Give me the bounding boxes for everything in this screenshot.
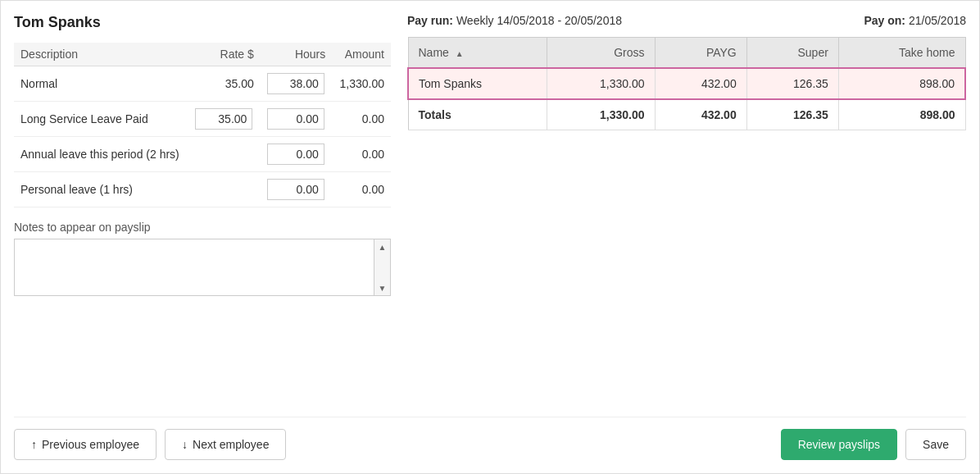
notes-section: Notes to appear on payslip ▲ ▼ xyxy=(14,221,391,296)
footer-right: Review payslips Save xyxy=(781,429,966,460)
col-amount: Amount xyxy=(332,43,391,66)
pay-table: Description Rate $ Hours Amount Normal 3… xyxy=(14,43,391,207)
review-payslips-button[interactable]: Review payslips xyxy=(781,429,897,460)
summary-row-gross: 1,330.00 xyxy=(547,68,655,99)
previous-employee-label: Previous employee xyxy=(42,438,139,451)
row-rate-input-cell xyxy=(188,102,260,137)
main-container: Tom Spanks Description Rate $ Hours Amou… xyxy=(0,0,980,474)
table-row: Normal 35.00 1,330.00 xyxy=(14,66,391,102)
footer-left: Previous employee Next employee xyxy=(14,429,286,460)
table-row: Personal leave (1 hrs) 0.00 xyxy=(14,172,391,207)
arrow-up-icon xyxy=(31,438,37,451)
save-button[interactable]: Save xyxy=(905,429,966,460)
next-employee-button[interactable]: Next employee xyxy=(165,429,286,460)
right-panel: Pay run: Weekly 14/05/2018 - 20/05/2018 … xyxy=(407,14,966,408)
totals-takehome: 898.00 xyxy=(838,99,965,130)
row-description: Long Service Leave Paid xyxy=(14,102,188,137)
row-description: Annual leave this period (2 hrs) xyxy=(14,137,188,172)
payrun-period: Weekly 14/05/2018 - 20/05/2018 xyxy=(456,14,622,27)
employee-name: Tom Spanks xyxy=(14,14,391,31)
summary-col-name[interactable]: Name ▲ xyxy=(408,38,547,69)
rate-value: 35.00 xyxy=(225,77,254,90)
col-hours: Hours xyxy=(261,43,332,66)
summary-col-takehome: Take home xyxy=(838,38,965,69)
hours-input-normal[interactable] xyxy=(267,73,324,94)
summary-col-super: Super xyxy=(746,38,838,69)
row-description: Personal leave (1 hrs) xyxy=(14,172,188,207)
hours-input-personal[interactable] xyxy=(267,179,324,200)
row-amount: 0.00 xyxy=(332,102,391,137)
scroll-down-arrow[interactable]: ▼ xyxy=(374,282,390,294)
summary-row-payg: 432.00 xyxy=(655,68,746,99)
sort-arrow: ▲ xyxy=(456,49,464,58)
table-row: Annual leave this period (2 hrs) 0.00 xyxy=(14,137,391,172)
payrun-info: Pay run: Weekly 14/05/2018 - 20/05/2018 xyxy=(407,14,622,27)
hours-input-annual[interactable] xyxy=(267,144,324,165)
footer: Previous employee Next employee Review p… xyxy=(14,417,966,460)
row-hours-input-cell xyxy=(261,137,332,172)
row-rate: 35.00 xyxy=(188,66,260,102)
table-row: Long Service Leave Paid 0.00 xyxy=(14,102,391,137)
totals-label: Totals xyxy=(408,99,547,130)
col-rate: Rate $ xyxy=(188,43,260,66)
main-content: Tom Spanks Description Rate $ Hours Amou… xyxy=(14,14,966,408)
pay-on-info: Pay on: 21/05/2018 xyxy=(864,14,966,27)
row-amount: 0.00 xyxy=(332,137,391,172)
row-rate-empty xyxy=(188,172,260,207)
next-employee-label: Next employee xyxy=(193,438,269,451)
summary-col-payg: PAYG xyxy=(655,38,746,69)
scroll-up-arrow[interactable]: ▲ xyxy=(374,241,390,253)
previous-employee-button[interactable]: Previous employee xyxy=(14,429,157,460)
row-amount: 1,330.00 xyxy=(332,66,391,102)
notes-label: Notes to appear on payslip xyxy=(14,221,391,234)
row-hours-input-cell xyxy=(261,66,332,102)
totals-row: Totals 1,330.00 432.00 126.35 898.00 xyxy=(408,99,965,130)
summary-col-gross: Gross xyxy=(547,38,655,69)
payrun-header: Pay run: Weekly 14/05/2018 - 20/05/2018 … xyxy=(407,14,966,27)
row-hours-input-cell xyxy=(261,102,332,137)
notes-textarea-wrapper: ▲ ▼ xyxy=(14,239,391,296)
summary-row-highlighted: Tom Spanks 1,330.00 432.00 126.35 898.00 xyxy=(408,68,965,99)
payrun-label: Pay run: xyxy=(407,14,453,27)
pay-on-label: Pay on: xyxy=(864,14,905,27)
row-description: Normal xyxy=(14,66,188,102)
scrollbar-arrows: ▲ ▼ xyxy=(374,239,390,295)
left-panel: Tom Spanks Description Rate $ Hours Amou… xyxy=(14,14,391,408)
rate-input-longservice[interactable] xyxy=(195,108,252,130)
row-amount: 0.00 xyxy=(332,172,391,207)
save-label: Save xyxy=(923,438,949,451)
summary-table: Name ▲ Gross PAYG Super Take home Tom Sp… xyxy=(407,37,966,130)
col-description: Description xyxy=(14,43,188,66)
summary-row-super: 126.35 xyxy=(746,68,838,99)
row-rate-empty xyxy=(188,137,260,172)
hours-input-longservice[interactable] xyxy=(267,108,324,130)
review-payslips-label: Review payslips xyxy=(798,438,880,451)
totals-gross: 1,330.00 xyxy=(547,99,655,130)
pay-on-date: 21/05/2018 xyxy=(909,14,966,27)
summary-row-takehome: 898.00 xyxy=(838,68,965,99)
totals-super: 126.35 xyxy=(746,99,838,130)
arrow-down-icon xyxy=(182,438,188,451)
summary-row-name: Tom Spanks xyxy=(408,68,547,99)
notes-textarea[interactable] xyxy=(15,239,374,295)
row-hours-input-cell xyxy=(261,172,332,207)
totals-payg: 432.00 xyxy=(655,99,746,130)
